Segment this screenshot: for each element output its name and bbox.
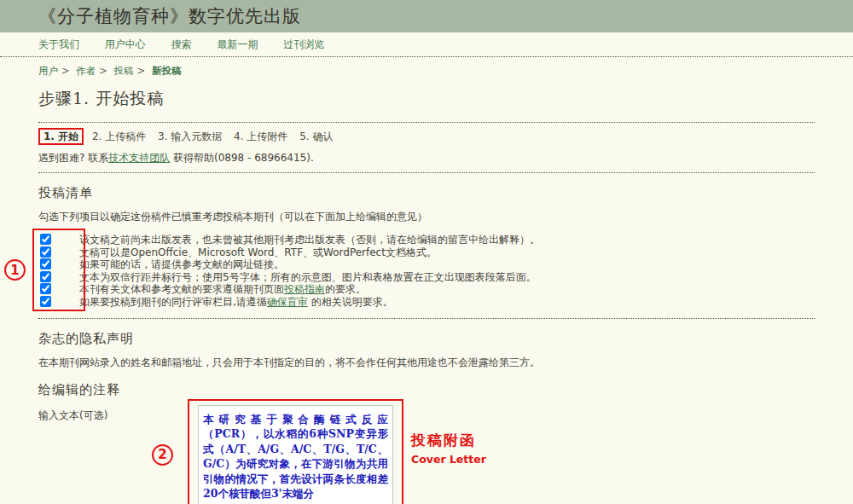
checklist-intro: 勾选下列项目以确定这份稿件已慎重考虑投稿本期刊（可以在下面加上给编辑的意见） (38, 210, 815, 224)
help-text-pre: 遇到困难? 联系 (38, 152, 108, 164)
breadcrumb: 用户> 作者> 投稿> 新投稿 (38, 65, 815, 78)
checklist-checkbox-6[interactable] (40, 296, 51, 307)
cover-letter-annotation-en: Cover Letter (411, 453, 486, 466)
breadcrumb-user[interactable]: 用户 (38, 65, 58, 77)
journal-header: 《分子植物育种》数字优先出版 (0, 0, 853, 32)
nav-current-issue[interactable]: 最新一期 (217, 38, 258, 50)
submission-checklist: 1 该文稿之前尚未出版发表，也未曾被其他期刊考虑出版发表（否则，请在给编辑的留言… (38, 233, 815, 308)
journal-title: 《分子植物育种》数字优先出版 (38, 4, 301, 28)
breadcrumb-separator: > (61, 65, 70, 77)
nav-archives[interactable]: 过刊浏览 (283, 38, 324, 50)
submission-guide-link[interactable]: 投稿指南 (284, 283, 325, 295)
help-line: 遇到困难? 联系技术支持团队 获得帮助(0898 - 68966415). (38, 149, 815, 172)
checklist-item: 如果要投稿到期刊的同行评审栏目,请遵循确保盲审 的相关说明要求。 (38, 295, 815, 308)
blind-review-link[interactable]: 确保盲审 (267, 296, 308, 308)
checklist-checkbox-4[interactable] (40, 271, 51, 282)
breadcrumb-author[interactable]: 作者 (76, 65, 96, 77)
checklist-text: 文稿可以是OpenOffcie、Microsoft Word、RTF、或Word… (79, 246, 437, 258)
divider (38, 172, 815, 173)
help-text-post: 获得帮助(0898 - 68966415). (170, 152, 314, 164)
step-4[interactable]: 4. 上传附件 (234, 130, 287, 142)
annotation-circle-2: 2 (152, 444, 173, 466)
annotation-circle-1: 1 (4, 259, 26, 281)
checklist-item: 该文稿之前尚未出版发表，也未曾被其他期刊考虑出版发表（否则，请在给编辑的留言中给… (38, 233, 815, 246)
cover-letter-annotation: 投稿附函 Cover Letter (411, 431, 486, 466)
checklist-checkbox-3[interactable] (40, 258, 51, 269)
checklist-text: 如果要投稿到期刊的同行评审栏目,请遵循 (79, 296, 267, 308)
nav-search[interactable]: 搜索 (171, 38, 192, 50)
checklist-heading: 投稿清单 (38, 185, 815, 201)
step-2[interactable]: 2. 上传稿件 (92, 130, 146, 142)
tech-support-link[interactable]: 技术支持团队 (108, 152, 170, 164)
checklist-item: 文稿可以是OpenOffcie、Microsoft Word、RTF、或Word… (38, 246, 815, 258)
main-content: 用户> 作者> 投稿> 新投稿 步骤1. 开始投稿 1. 开始 2. 上传稿件 … (0, 65, 853, 504)
checklist-checkbox-1[interactable] (40, 234, 51, 245)
divider (38, 318, 815, 319)
checklist-text: 的要求。 (325, 283, 366, 295)
checklist-text: 本刊有关文体和参考文献的要求遵循期刊页面 (79, 283, 284, 295)
checklist-item-text: 如果要投稿到期刊的同行评审栏目,请遵循确保盲审 的相关说明要求。 (51, 295, 393, 310)
step-5[interactable]: 5. 确认 (299, 130, 333, 142)
editor-note-row: 输入文本(可选) 2 本研究基于聚合酶链式反应（PCR），以水稻的6种SNP变异… (38, 407, 815, 504)
step-1-current: 1. 开始 (38, 128, 84, 145)
checklist-text: 该文稿之前尚未出版发表，也未曾被其他期刊考虑出版发表（否则，请在给编辑的留言中给… (79, 234, 540, 246)
checklist-text: 的相关说明要求。 (308, 296, 393, 308)
rich-text-editor: 本研究基于聚合酶链式反应（PCR），以水稻的6种SNP变异形式（A/T、A/G、… (198, 405, 393, 504)
cover-letter-annotation-cn: 投稿附函 (411, 431, 486, 450)
checklist-checkbox-2[interactable] (40, 246, 51, 258)
editor-textarea[interactable]: 本研究基于聚合酶链式反应（PCR），以水稻的6种SNP变异形式（A/T、A/G、… (199, 406, 392, 504)
top-navigation: 关于我们 用户中心 搜索 最新一期 过刊浏览 (0, 32, 853, 57)
checklist-text: 文本为双倍行距并标行号；使用5号字体；所有的示意图、图片和表格放置在正文出现图表… (79, 271, 537, 283)
checklist-text: 如果可能的话，请提供参考文献的网址链接。 (79, 258, 284, 270)
breadcrumb-new-submission[interactable]: 新投稿 (152, 65, 182, 77)
privacy-text: 在本期刊网站录入的姓名和邮箱地址，只会用于本刊指定的目的，将不会作任何其他用途也… (38, 356, 815, 370)
nav-user-center[interactable]: 用户中心 (105, 38, 146, 50)
submission-steps: 1. 开始 2. 上传稿件 3. 输入元数据 4. 上传附件 5. 确认 (38, 123, 815, 149)
page-title: 步骤1. 开始投稿 (38, 88, 815, 110)
breadcrumb-separator: > (137, 65, 146, 77)
breadcrumb-separator: > (99, 65, 107, 77)
editor-note-label: 输入文本(可选) (38, 407, 815, 423)
checklist-checkbox-5[interactable] (40, 283, 51, 294)
checklist-item: 文本为双倍行距并标行号；使用5号字体；所有的示意图、图片和表格放置在正文出现图表… (38, 270, 815, 283)
nav-about[interactable]: 关于我们 (38, 38, 79, 50)
editor-note-heading: 给编辑的注释 (38, 382, 815, 398)
privacy-heading: 杂志的隐私声明 (38, 331, 815, 347)
step-3[interactable]: 3. 输入元数据 (158, 130, 222, 142)
annotation-redbox-editor: 本研究基于聚合酶链式反应（PCR），以水稻的6种SNP变异形式（A/T、A/G、… (188, 399, 403, 504)
breadcrumb-submissions[interactable]: 投稿 (114, 65, 134, 77)
